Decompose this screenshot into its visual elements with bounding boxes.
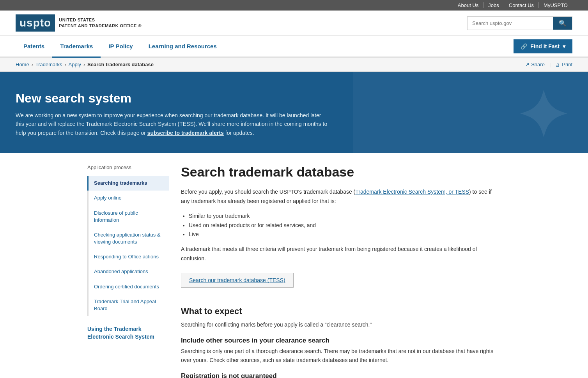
main-nav: Patents Trademarks IP Policy Learning an… <box>0 36 588 58</box>
list-item: Similar to your trademark <box>189 212 501 221</box>
main-content: Application process Searching trademarks… <box>80 164 508 378</box>
print-icon: 🖨 <box>555 62 560 67</box>
breadcrumb-sep-2: › <box>65 62 66 67</box>
breadcrumb-actions: ↗ Share | 🖨 Print <box>525 62 572 67</box>
list-item: Used on related products or for related … <box>189 221 501 230</box>
myuspto-link[interactable]: MyUSPTO <box>539 2 572 8</box>
chevron-down-icon: ▾ <box>563 43 565 49</box>
clearance-text: Searching for conflicting marks before y… <box>181 320 501 330</box>
sidebar-item-apply-online[interactable]: Apply online <box>87 191 169 205</box>
jobs-link[interactable]: Jobs <box>484 2 504 8</box>
about-us-link[interactable]: About Us <box>453 2 484 8</box>
search-tess-button[interactable]: Search our trademark database (TESS) <box>181 273 294 288</box>
banner-title: New search system <box>16 91 572 106</box>
nav-ip-policy[interactable]: IP Policy <box>101 36 140 58</box>
breadcrumb-sep-3: › <box>83 62 85 67</box>
list-item: Abandoned applications <box>89 264 169 279</box>
sidebar-item-disclosure[interactable]: Disclosure of public information <box>87 206 169 228</box>
breadcrumb-trademarks[interactable]: Trademarks <box>35 62 62 67</box>
list-item: Searching trademarks <box>89 176 169 191</box>
header: uspto UNITED STATES PATENT AND TRADEMARK… <box>0 11 588 36</box>
list-item: Apply online <box>89 191 169 205</box>
breadcrumb-sep-1: › <box>32 62 33 67</box>
link-icon: 🔗 <box>521 43 527 49</box>
subscribe-link[interactable]: subscribe to trademark alerts <box>147 130 224 136</box>
sidebar-nav: Searching trademarks Apply online Disclo… <box>87 176 169 316</box>
include-text: Searching is only one part of a thorough… <box>181 347 501 366</box>
sidebar-item-searching-trademarks[interactable]: Searching trademarks <box>87 176 169 191</box>
print-link[interactable]: 🖨 Print <box>555 62 572 67</box>
article: Search trademark database Before you app… <box>181 164 501 378</box>
banner-decoration: ✦ <box>516 79 565 152</box>
what-to-expect-heading: What to expect <box>181 306 501 316</box>
search-icon: 🔍 <box>559 20 567 26</box>
include-heading: Include other sources in your clearance … <box>181 337 501 344</box>
share-link[interactable]: ↗ Share <box>525 62 545 67</box>
registration-heading: Registration is not guaranteed <box>181 372 501 378</box>
search-input[interactable] <box>468 18 553 29</box>
list-item: Ordering certified documents <box>89 279 169 294</box>
tess-link[interactable]: Trademark Electronic Search System, or T… <box>355 189 469 195</box>
logo-box: uspto <box>16 14 55 32</box>
nav-patents[interactable]: Patents <box>16 36 52 58</box>
criteria-list: Similar to your trademark Used on relate… <box>189 212 501 239</box>
sidebar-item-abandoned[interactable]: Abandoned applications <box>87 264 169 279</box>
nav-learning-resources[interactable]: Learning and Resources <box>141 36 225 58</box>
confusion-text: A trademark that meets all three criteri… <box>181 245 501 263</box>
action-separator: | <box>549 62 551 67</box>
contact-us-link[interactable]: Contact Us <box>504 2 539 8</box>
list-item: Live <box>189 230 501 239</box>
banner-text: We are working on a new system to improv… <box>16 111 328 137</box>
breadcrumb-home[interactable]: Home <box>16 62 29 67</box>
sidebar-heading: Application process <box>87 164 169 170</box>
sidebar-item-office-actions[interactable]: Responding to Office actions <box>87 249 169 264</box>
page-title: Search trademark database <box>181 164 501 180</box>
breadcrumb: Home › Trademarks › Apply › Search trade… <box>0 58 588 72</box>
sidebar-item-checking-status[interactable]: Checking application status & viewing do… <box>87 228 169 249</box>
list-item: Trademark Trial and Appeal Board <box>89 294 169 316</box>
share-icon: ↗ <box>525 62 530 67</box>
article-intro: Before you apply, you should search the … <box>181 187 501 206</box>
utility-bar: About Us Jobs Contact Us MyUSPTO <box>0 0 588 11</box>
search-bar: 🔍 <box>467 16 572 30</box>
search-button[interactable]: 🔍 <box>553 17 572 30</box>
breadcrumb-apply[interactable]: Apply <box>69 62 81 67</box>
sidebar-section-title: Using the Trademark Electronic Search Sy… <box>87 325 169 341</box>
find-it-fast-button[interactable]: 🔗 Find It Fast ▾ <box>514 39 572 53</box>
list-item: Checking application status & viewing do… <box>89 228 169 249</box>
breadcrumb-current: Search trademark database <box>87 62 154 67</box>
sidebar-item-certified-docs[interactable]: Ordering certified documents <box>87 279 169 294</box>
nav-trademarks[interactable]: Trademarks <box>52 36 101 58</box>
logo-area: uspto UNITED STATES PATENT AND TRADEMARK… <box>16 14 142 32</box>
logo-subtext: UNITED STATES PATENT AND TRADEMARK OFFIC… <box>59 17 142 29</box>
list-item: Responding to Office actions <box>89 249 169 264</box>
sidebar-item-ttab[interactable]: Trademark Trial and Appeal Board <box>87 294 169 316</box>
sidebar: Application process Searching trademarks… <box>87 164 169 378</box>
list-item: Disclosure of public information <box>89 206 169 228</box>
banner: ✦ New search system We are working on a … <box>0 72 588 153</box>
logo-text: uspto <box>19 17 51 29</box>
